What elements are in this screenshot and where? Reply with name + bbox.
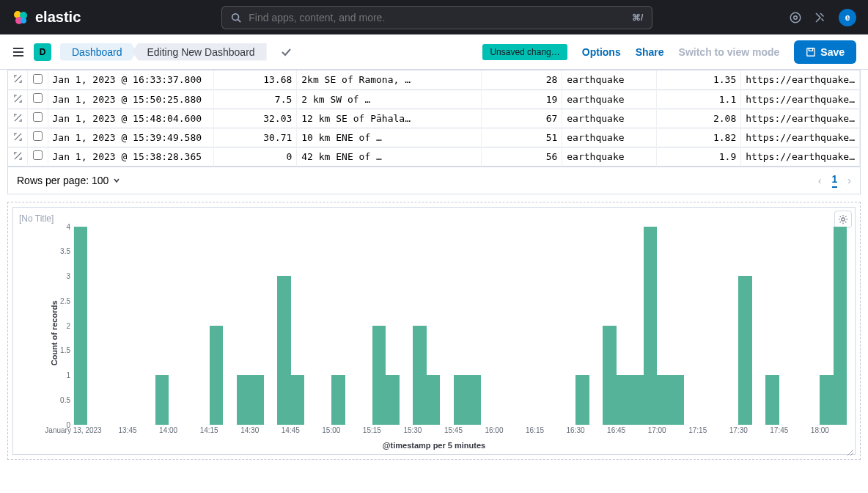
page-number[interactable]: 1	[832, 173, 838, 188]
svg-rect-12	[809, 48, 813, 51]
chart-bar[interactable]	[372, 326, 386, 425]
expand-row-button[interactable]	[8, 90, 28, 109]
cell-value1: 13.68	[213, 70, 297, 90]
expand-row-button[interactable]	[8, 109, 28, 128]
switch-mode-button: Switch to view mode	[679, 46, 780, 58]
chart-bar[interactable]	[644, 227, 657, 425]
check-icon	[280, 46, 292, 58]
cell-timestamp: Jan 1, 2023 @ 15:50:25.880	[48, 90, 213, 109]
save-icon	[806, 47, 816, 57]
chart-bar[interactable]	[630, 375, 643, 425]
x-tick: 16:00	[485, 426, 503, 434]
save-button[interactable]: Save	[794, 40, 856, 64]
row-checkbox[interactable]	[28, 109, 48, 128]
expand-row-button[interactable]	[8, 70, 28, 90]
gear-icon	[838, 214, 848, 224]
chart-bar[interactable]	[237, 375, 250, 425]
row-checkbox[interactable]	[28, 70, 48, 90]
x-tick: 15:00	[322, 426, 340, 434]
cell-place: 2 km SW of …	[297, 90, 482, 109]
global-search[interactable]: ⌘/	[221, 6, 652, 29]
breadcrumb-dashboard[interactable]: Dashboard	[60, 43, 137, 61]
cell-url: https://earthquake…	[741, 128, 860, 147]
svg-point-13	[842, 217, 845, 220]
cell-type: earthquake	[562, 128, 657, 147]
table-row: Jan 1, 2023 @ 15:38:28.365 0 42 km ENE o…	[8, 147, 860, 166]
chart-bar[interactable]	[413, 326, 426, 425]
newsfeed-icon[interactable]	[814, 11, 827, 24]
chart-bar[interactable]	[291, 375, 304, 425]
share-button[interactable]: Share	[636, 46, 664, 58]
menu-icon[interactable]	[12, 45, 25, 59]
cell-value2: 56	[482, 147, 562, 166]
chart-bar[interactable]	[331, 375, 345, 425]
svg-rect-11	[807, 48, 815, 56]
row-checkbox[interactable]	[28, 128, 48, 147]
cell-timestamp: Jan 1, 2023 @ 15:48:04.600	[48, 109, 213, 128]
search-input[interactable]	[249, 12, 625, 23]
chart-bar[interactable]	[250, 375, 263, 425]
chart-bar[interactable]	[427, 375, 440, 425]
cell-place: 42 km ENE of …	[297, 147, 482, 166]
resize-handle-icon[interactable]	[846, 445, 853, 453]
chart-bar[interactable]	[575, 375, 589, 425]
chart-bar[interactable]	[820, 375, 833, 425]
cell-type: earthquake	[562, 70, 657, 90]
breadcrumb-current: Editing New Dashboard	[133, 43, 267, 61]
x-tick: 17:15	[688, 426, 707, 434]
x-tick: 18:00	[811, 426, 829, 434]
chart-bar[interactable]	[834, 227, 847, 425]
y-tick: 3	[66, 272, 70, 280]
cell-mag: 1.82	[657, 128, 741, 147]
x-tick: 17:30	[729, 426, 748, 434]
chart-bar[interactable]	[603, 326, 616, 425]
chart-bar[interactable]	[210, 326, 223, 425]
chart-bar[interactable]	[74, 227, 87, 425]
chart-bar[interactable]	[277, 276, 290, 425]
cell-value1: 32.03	[213, 109, 297, 128]
help-icon[interactable]	[789, 11, 802, 24]
expand-row-button[interactable]	[8, 128, 28, 147]
table-row: Jan 1, 2023 @ 15:39:49.580 30.71 10 km E…	[8, 128, 860, 147]
cell-type: earthquake	[562, 109, 657, 128]
chart-panel[interactable]: [No Title] Count of records 00.511.522.5…	[7, 202, 861, 460]
chart-bar[interactable]	[386, 375, 399, 425]
cell-value2: 28	[482, 70, 562, 90]
elastic-logo[interactable]: elastic	[12, 9, 81, 26]
cell-url: https://earthquake…	[741, 70, 860, 90]
chart-bar[interactable]	[738, 276, 751, 425]
x-tick: 15:30	[403, 426, 422, 434]
elastic-logo-icon	[12, 9, 29, 26]
next-page-button[interactable]: ›	[847, 175, 851, 186]
chart-bar[interactable]	[454, 375, 467, 425]
panel-settings-button[interactable]	[834, 211, 852, 228]
y-tick: 2	[66, 321, 70, 329]
cell-timestamp: Jan 1, 2023 @ 15:38:28.365	[48, 147, 213, 166]
chart-bar[interactable]	[671, 375, 684, 425]
svg-point-3	[21, 18, 26, 23]
chart-bar[interactable]	[657, 375, 670, 425]
space-badge[interactable]: D	[34, 43, 51, 61]
cell-place: 10 km ENE of …	[297, 128, 482, 147]
row-checkbox[interactable]	[28, 147, 48, 166]
x-tick: 14:15	[200, 426, 218, 434]
cell-timestamp: Jan 1, 2023 @ 15:39:49.580	[48, 128, 213, 147]
chart-bar[interactable]	[467, 375, 480, 425]
table-row: Jan 1, 2023 @ 15:50:25.880 7.5 2 km SW o…	[8, 90, 860, 109]
brand-text: elastic	[35, 9, 81, 26]
chart-bar[interactable]	[765, 375, 779, 425]
prev-page-button[interactable]: ‹	[818, 175, 822, 186]
kbd-shortcut: ⌘/	[632, 12, 643, 23]
cell-mag: 1.9	[657, 147, 741, 166]
chart-bar[interactable]	[155, 375, 169, 425]
rows-per-page-selector[interactable]: Rows per page: 100	[17, 175, 120, 186]
user-avatar[interactable]: e	[839, 9, 856, 26]
data-table: Jan 1, 2023 @ 16:33:37.800 13.68 2km SE …	[8, 70, 860, 167]
y-tick: 4	[66, 222, 70, 230]
row-checkbox[interactable]	[28, 90, 48, 109]
expand-row-button[interactable]	[8, 147, 28, 166]
y-tick: 1.5	[60, 346, 70, 354]
chart-bar[interactable]	[617, 375, 630, 425]
options-button[interactable]: Options	[582, 46, 621, 58]
cell-value1: 0	[213, 147, 297, 166]
